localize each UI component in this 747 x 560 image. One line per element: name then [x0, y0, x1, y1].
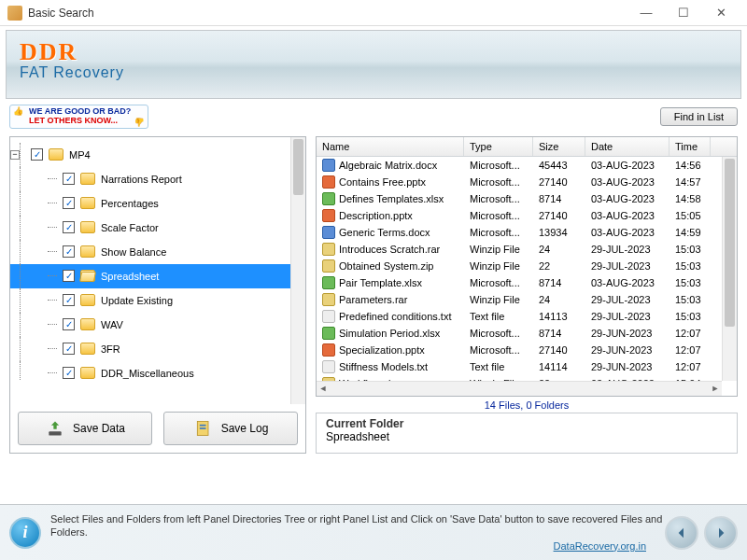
tree-item[interactable]: ✓3FR: [10, 337, 305, 361]
feedback-badge[interactable]: 👍 WE ARE GOOD OR BAD? LET OTHERS KNOW...…: [9, 105, 148, 129]
scroll-left-icon[interactable]: ◄: [317, 382, 330, 395]
file-row[interactable]: Introduces Scratch.rarWinzip File2429-JU…: [317, 241, 737, 258]
file-date: 29-JUN-2023: [585, 361, 669, 372]
col-name[interactable]: Name: [317, 137, 464, 156]
file-icon: [322, 259, 335, 273]
file-row[interactable]: Specialization.pptxMicrosoft...2714029-J…: [317, 342, 737, 358]
file-size: 27140: [533, 176, 585, 188]
file-list[interactable]: Algebraic Matrix.docxMicrosoft...4544303…: [317, 157, 737, 396]
file-row[interactable]: Description.pptxMicrosoft...2714003-AUG-…: [317, 207, 737, 224]
current-folder-box: Current Folder Spreadsheet: [316, 413, 738, 454]
file-row[interactable]: Pair Template.xlsxMicrosoft...871403-AUG…: [317, 274, 737, 291]
tree-scrollbar[interactable]: [290, 137, 305, 404]
file-row[interactable]: Predefined conditions.txtText file141132…: [317, 308, 737, 325]
file-icon: [322, 159, 335, 172]
folder-icon: [80, 245, 95, 258]
file-size: 24: [533, 244, 585, 255]
tree-item[interactable]: ✓Update Existing: [10, 288, 305, 313]
col-date[interactable]: Date: [585, 137, 669, 156]
col-time[interactable]: Time: [669, 137, 711, 156]
col-size[interactable]: Size: [533, 137, 585, 156]
file-name: Specialization.pptx: [339, 344, 425, 356]
file-name: Contains Free.pptx: [339, 176, 426, 188]
checkbox[interactable]: ✓: [63, 367, 75, 379]
header-banner: DDR FAT Recovery: [6, 30, 741, 99]
forward-button[interactable]: [704, 516, 738, 550]
checkbox[interactable]: ✓: [63, 245, 75, 258]
file-row[interactable]: Simulation Period.xlsxMicrosoft...871429…: [317, 325, 737, 342]
file-row[interactable]: Contains Free.pptxMicrosoft...2714003-AU…: [317, 174, 737, 190]
tree-item[interactable]: ✓Scale Factor: [10, 216, 305, 240]
window-title: Basic Search: [28, 7, 627, 20]
close-button[interactable]: ✕: [702, 2, 740, 24]
file-type: Microsoft...: [464, 210, 533, 221]
back-button[interactable]: [665, 516, 698, 550]
folder-tree[interactable]: −✓MP4✓Narrations Report✓Percentages✓Scal…: [10, 137, 305, 380]
file-name: Obtained System.zip: [339, 260, 434, 272]
save-data-label: Save Data: [73, 422, 125, 435]
file-time: 15:03: [669, 311, 711, 322]
file-row[interactable]: Obtained System.zipWinzip File2229-JUL-2…: [317, 258, 737, 274]
logo-text: DDR: [20, 38, 727, 66]
file-type: Winzip File: [464, 244, 533, 255]
folder-icon: [80, 221, 95, 233]
file-list-pane: Name Type Size Date Time Algebraic Matri…: [316, 136, 738, 397]
folder-icon: [49, 148, 63, 161]
footer-link[interactable]: DataRecovery.org.in: [554, 539, 646, 553]
file-row[interactable]: Stiffness Models.txtText file1411429-JUN…: [317, 358, 737, 375]
toolbar: 👍 WE ARE GOOD OR BAD? LET OTHERS KNOW...…: [0, 99, 747, 133]
file-icon: [322, 243, 335, 256]
maximize-button[interactable]: ☐: [665, 2, 702, 24]
save-data-button[interactable]: Save Data: [18, 412, 152, 445]
checkbox[interactable]: ✓: [63, 318, 75, 330]
checkbox[interactable]: ✓: [31, 148, 43, 161]
file-name: Stiffness Models.txt: [339, 361, 428, 372]
tree-item[interactable]: ✓Spreadsheet: [10, 264, 305, 288]
file-type: Microsoft...: [464, 277, 533, 288]
file-type: Microsoft...: [464, 344, 533, 356]
save-data-icon: [45, 419, 65, 438]
minimize-button[interactable]: —: [627, 2, 665, 24]
logo-subtitle: FAT Recovery: [20, 64, 727, 81]
app-icon: [7, 6, 22, 21]
list-scrollbar-horizontal[interactable]: ◄ ►: [317, 381, 722, 396]
file-row[interactable]: Algebraic Matrix.docxMicrosoft...4544303…: [317, 157, 737, 174]
file-time: 15:05: [669, 210, 711, 221]
col-type[interactable]: Type: [464, 137, 533, 156]
checkbox[interactable]: ✓: [63, 173, 75, 185]
file-time: 14:59: [669, 227, 711, 238]
file-name: Simulation Period.xlsx: [339, 328, 440, 339]
save-log-label: Save Log: [221, 422, 269, 435]
find-in-list-button[interactable]: Find in List: [660, 107, 738, 126]
svg-rect-3: [199, 427, 205, 429]
file-size: 13934: [533, 227, 585, 238]
tree-item[interactable]: ✓DDR_Miscellaneous: [10, 361, 305, 380]
file-size: 8714: [533, 277, 585, 288]
file-row[interactable]: Generic Terms.docxMicrosoft...1393403-AU…: [317, 224, 737, 241]
collapse-icon[interactable]: −: [10, 150, 20, 160]
tree-item[interactable]: ✓Show Balance: [10, 240, 305, 264]
tree-item[interactable]: −✓MP4: [10, 143, 305, 167]
file-icon: [322, 310, 335, 323]
checkbox[interactable]: ✓: [63, 270, 75, 282]
checkbox[interactable]: ✓: [63, 221, 75, 233]
list-scrollbar-vertical[interactable]: [722, 157, 737, 381]
file-time: 15:03: [669, 244, 711, 255]
folder-icon: [80, 173, 95, 185]
file-size: 22: [533, 260, 585, 272]
folder-icon: [80, 343, 95, 355]
checkbox[interactable]: ✓: [63, 343, 75, 355]
file-name: Predefined conditions.txt: [339, 311, 451, 322]
checkbox[interactable]: ✓: [63, 294, 75, 306]
file-time: 14:56: [669, 160, 711, 171]
scroll-right-icon[interactable]: ►: [709, 382, 722, 395]
tree-item[interactable]: ✓Narrations Report: [10, 167, 305, 191]
tree-item[interactable]: ✓Percentages: [10, 191, 305, 216]
folder-icon: [80, 294, 95, 306]
file-row[interactable]: Defines Templates.xlsxMicrosoft...871403…: [317, 190, 737, 207]
file-row[interactable]: Parameters.rarWinzip File2429-JUL-202315…: [317, 291, 737, 308]
file-date: 29-JUL-2023: [585, 260, 669, 272]
save-log-button[interactable]: Save Log: [163, 412, 298, 445]
tree-item[interactable]: ✓WAV: [10, 313, 305, 337]
checkbox[interactable]: ✓: [63, 197, 75, 209]
